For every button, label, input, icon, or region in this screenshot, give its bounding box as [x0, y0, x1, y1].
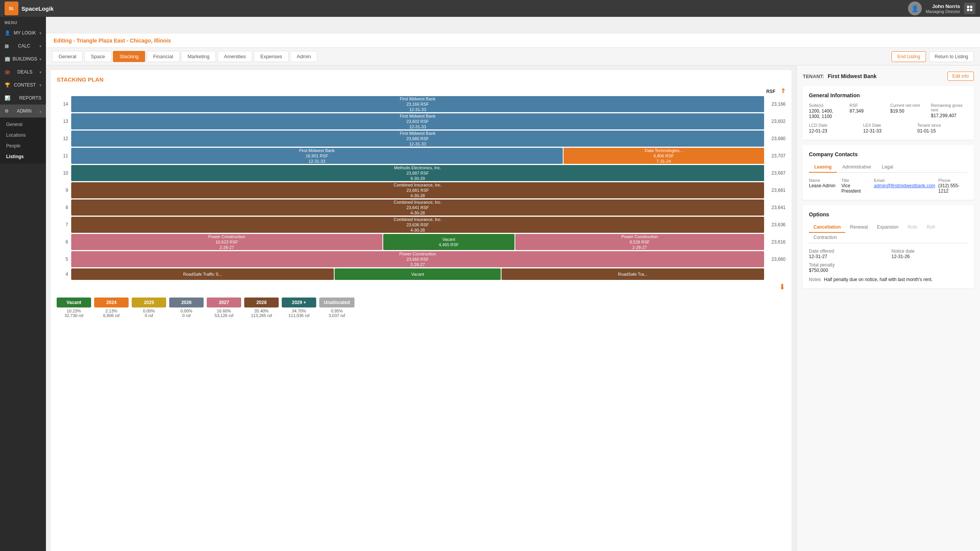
- info-tenant-since: Tenant since 01-01-15: [917, 123, 968, 134]
- sidebar-sub-people[interactable]: People: [0, 141, 46, 151]
- floor-bar-container: Power Construction 10,623 RSF 2-28-27 Va…: [71, 234, 764, 250]
- end-listing-button[interactable]: End Listing: [892, 51, 926, 62]
- edit-bar: Editing - Triangle Plaza East - Chicago,…: [46, 34, 980, 48]
- floor-bar-container: First Midwest Bank 23,602 RSF 12-31-33: [71, 113, 764, 129]
- opt-tab-contraction[interactable]: Contraction: [809, 232, 841, 243]
- options-title: Options: [809, 211, 968, 217]
- floor-row: 4 RoadSafe Traffic S... Vacant RoadSafe …: [57, 268, 786, 280]
- legend-pct-vacant: 10.23%: [67, 309, 81, 313]
- sidebar-item-calc[interactable]: ▦ CALC ▾: [0, 39, 46, 52]
- contact-title-col: Title Vice President: [841, 177, 871, 194]
- tab-administrative[interactable]: Administrative: [837, 162, 876, 173]
- legend-box-unallocated: Unallocated: [319, 298, 354, 307]
- content-area: STACKING PLAN RSF ⇑ 14 First Midwest Ban…: [46, 65, 980, 551]
- tab-legal[interactable]: Legal: [877, 162, 898, 173]
- floor-rsf: 23,687: [766, 170, 786, 176]
- suites-label: Suite(s): [809, 103, 846, 108]
- reports-label: REPORTS: [19, 95, 41, 101]
- phone-label: Phone: [938, 178, 951, 183]
- sidebar-item-buildings[interactable]: 🏢 BUILDINGS ▾: [0, 52, 46, 65]
- svg-rect-3: [970, 9, 972, 11]
- bar-4-3: RoadSafe Tra...: [501, 268, 764, 280]
- sidebar-item-contest[interactable]: 🏆 CONTEST ▾: [0, 78, 46, 92]
- tab-stacking[interactable]: Stacking: [113, 51, 145, 62]
- chevron-icon: ▾: [39, 70, 41, 74]
- legend-rsf-2025: 0 rsf: [145, 313, 153, 318]
- svg-rect-2: [967, 9, 969, 11]
- sort-icon[interactable]: ⇑: [781, 88, 786, 94]
- info-current-net-rent: Current net rent $19.50: [890, 103, 927, 119]
- contact-phone-col: Phone (312) 555-1212: [938, 177, 968, 194]
- bar-5-1: Power Construction 23,660 RSF 2-28-27: [71, 251, 764, 267]
- tenant-title: TENANT: First Midwest Bank: [803, 73, 877, 79]
- sidebar-item-my-logik[interactable]: 👤 MY LOGIK ▾: [0, 26, 46, 39]
- main-content: Editing - Triangle Plaza East - Chicago,…: [46, 34, 980, 551]
- sidebar: MENU 👤 MY LOGIK ▾ ▦ CALC ▾ 🏢 BUILDINGS ▾…: [0, 17, 46, 551]
- sidebar-sub-locations[interactable]: Locations: [0, 130, 46, 141]
- bar-7-1: Combined Insurance, Inc. 23,636 RSF 4-30…: [71, 217, 764, 233]
- legend-rsf-vacant: 32,730 rsf: [65, 313, 83, 318]
- sidebar-sub-general[interactable]: General: [0, 119, 46, 130]
- notes-row: Notes Half penalty due on notice, half w…: [809, 277, 968, 282]
- bar-12-1: First Midwest Bank 23,680 RSF 12-31-33: [71, 131, 764, 147]
- sidebar-item-deals[interactable]: 💼 DEALS ▾: [0, 65, 46, 78]
- tab-space[interactable]: Space: [84, 51, 111, 62]
- sidebar-sub-listings[interactable]: Listings: [0, 151, 46, 162]
- apps-icon[interactable]: [964, 3, 975, 14]
- legend-rsf-2029: 111,036 rsf: [288, 313, 309, 318]
- tab-marketing[interactable]: Marketing: [181, 51, 216, 62]
- opt-tab-renewal[interactable]: Renewal: [845, 222, 872, 233]
- opt-tab-rofo[interactable]: Rofo: [903, 222, 922, 233]
- notice-date-label: Notice date: [892, 249, 968, 254]
- floor-rsf: 23,166: [766, 101, 786, 107]
- floor-num: 10: [57, 170, 68, 176]
- tab-financial[interactable]: Financial: [147, 51, 180, 62]
- tab-leasing[interactable]: Leasing: [809, 162, 837, 173]
- scroll-down-arrow[interactable]: ⬇: [57, 282, 786, 291]
- legend-box-2025: 2025: [132, 298, 166, 307]
- floor-rsf: 23,641: [766, 205, 786, 210]
- tab-actions: End Listing Return to Listing: [892, 51, 974, 62]
- opt-date-offered: Date offered 12-31-27: [809, 249, 885, 259]
- tab-amenities[interactable]: Amenities: [217, 51, 252, 62]
- tab-general[interactable]: General: [52, 51, 83, 62]
- return-to-listing-button[interactable]: Return to Listing: [929, 51, 974, 62]
- floor-num: 14: [57, 101, 68, 107]
- floor-bar-container: Power Construction 23,660 RSF 2-28-27: [71, 251, 764, 267]
- opt-total-penalty: Total penalty $750,000: [809, 262, 885, 273]
- admin-submenu: General Locations People Listings: [0, 118, 46, 164]
- bar-6-1: Power Construction 10,623 RSF 2-28-27: [71, 234, 382, 250]
- floor-bar-container: Combined Insurance, Inc. 23,641 RSF 4-30…: [71, 199, 764, 216]
- user-info: John Norris Managing Director: [926, 3, 960, 14]
- bar-6-2: Vacant 4,465 RSF: [383, 234, 514, 250]
- tenant-label: TENANT:: [803, 74, 824, 79]
- stacking-title: STACKING PLAN: [57, 76, 786, 83]
- sidebar-item-reports[interactable]: 📊 REPORTS: [0, 92, 46, 105]
- edit-info-button[interactable]: Edit info: [947, 72, 974, 81]
- floor-num: 13: [57, 119, 68, 124]
- suites-val: 1200, 1400, 1300, 1100: [809, 108, 846, 119]
- rsf-val: 87,349: [849, 108, 886, 114]
- buildings-icon: 🏢: [5, 56, 10, 62]
- opt-tab-rofr[interactable]: Rofr: [922, 222, 940, 233]
- tab-expenses[interactable]: Expenses: [254, 51, 289, 62]
- floor-bar-container: Methods Electronics, Inc. 23,687 RSF 9-3…: [71, 165, 764, 181]
- legend-rsf-2027: 53,126 rsf: [215, 313, 234, 318]
- opt-tab-cancellation[interactable]: Cancellation: [809, 222, 845, 233]
- logo-text: SpaceLogik: [21, 5, 54, 12]
- tenant-since-label: Tenant since: [917, 123, 968, 128]
- contest-icon: 🏆: [5, 82, 10, 88]
- legend-2027: 2027 16.60% 53,126 rsf: [207, 298, 241, 318]
- sidebar-item-admin[interactable]: ⚙ ADMIN ▴: [0, 105, 46, 118]
- logo-icon: SL: [5, 2, 18, 15]
- options-tabs: Cancellation Renewal Expansion Rofo Rofr…: [809, 222, 968, 243]
- general-info-grid-2: LCD Date 12-01-23 LEX Date 12-31-33 Tena…: [809, 123, 968, 134]
- svg-rect-1: [970, 6, 972, 8]
- email-val[interactable]: admin@firstmidwestbank.com: [874, 183, 935, 188]
- floor-row: 9 Combined Insurance, Inc. 23,681 RSF 4-…: [57, 182, 786, 198]
- floor-num: 11: [57, 153, 68, 159]
- info-lcd: LCD Date 12-01-23: [809, 123, 859, 134]
- legend-pct-2028: 35.40%: [254, 309, 268, 313]
- opt-tab-expansion[interactable]: Expansion: [872, 222, 903, 233]
- tab-admin[interactable]: Admin: [290, 51, 317, 62]
